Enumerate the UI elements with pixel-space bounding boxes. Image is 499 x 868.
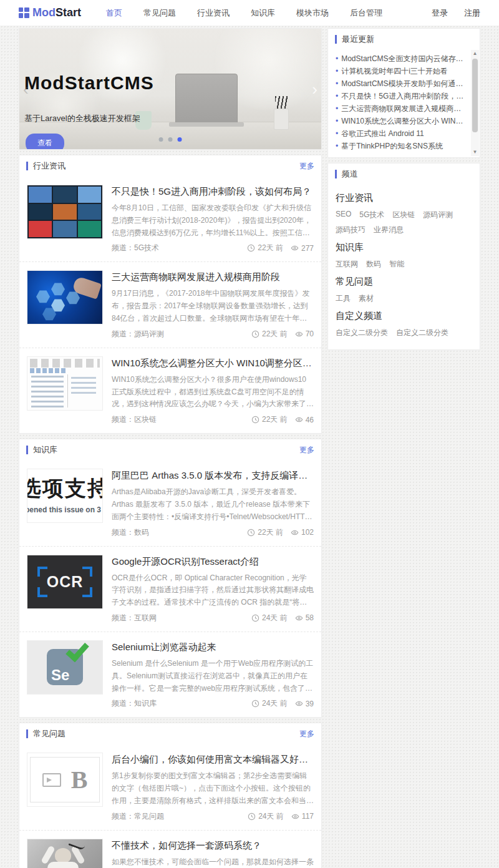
channel-tag[interactable]: 业界消息 (374, 225, 404, 235)
article-thumbnail[interactable] (27, 356, 103, 411)
recent-update-item[interactable]: 计算机视觉时年四十i三十开始看 (336, 65, 467, 77)
auth-links: 登录 注册 (432, 7, 480, 19)
channel-prefix: 频道： (112, 527, 134, 538)
article-title[interactable]: 阿里巴巴 Arthas 3.5.0 版本发布，支持反编译打印行号和统一鉴权 (112, 470, 314, 482)
channel-tag[interactable]: 自定义二级分类 (336, 328, 388, 338)
article-channel[interactable]: 数码 (134, 527, 149, 538)
channel-prefix: 频道： (112, 698, 134, 709)
article-row[interactable]: WIN10系统怎么调整分区大小 WIN10调整分区大小方法 WIN10系统怎么调… (19, 348, 321, 433)
channel-tag[interactable]: 自定义二级分类 (396, 328, 448, 338)
channel-tag[interactable]: 素材 (359, 293, 374, 304)
carousel-dot[interactable] (168, 137, 173, 142)
article-thumbnail[interactable]: Se (27, 640, 103, 695)
channel-tag[interactable]: 互联网 (336, 259, 358, 270)
article-excerpt: Selenium 是什么Selenium 是一个用于Web应用程序测试的工具。S… (112, 658, 314, 695)
channel-tag[interactable]: 区块链 (392, 210, 415, 220)
hero-pencils-graphic (275, 96, 288, 110)
article-thumbnail[interactable] (27, 270, 103, 324)
clock-icon (251, 416, 259, 424)
eye-icon (291, 529, 299, 537)
article-thumbnail[interactable] (27, 839, 103, 868)
article-time: 22天 前 (258, 527, 283, 538)
recent-update-item[interactable]: 谷歌正式推出 Android 11 (336, 127, 467, 140)
article-row[interactable]: B 后台小编们，你该如何使用富文本编辑器又好又快的排版 第1步复制你要的图文到富… (19, 744, 321, 830)
recent-update-item[interactable]: 三大运营商物联网发展进入规模商用阶段 (336, 102, 467, 115)
article-time: 22天 前 (258, 243, 283, 253)
channel-group-custom[interactable]: 自定义频道 (336, 310, 472, 322)
main-nav: 首页 常见问题 行业资讯 知识库 模块市场 后台管理 (106, 7, 382, 19)
article-time: 24天 前 (258, 811, 284, 822)
channel-tag[interactable]: 数码 (366, 259, 381, 270)
nav-item-module-market[interactable]: 模块市场 (296, 7, 329, 19)
nav-item-knowledge[interactable]: 知识库 (251, 7, 275, 19)
eye-icon (291, 244, 299, 252)
more-link[interactable]: 更多 (299, 445, 314, 456)
channel-group-faq[interactable]: 常见问题 (336, 276, 472, 288)
article-thumbnail[interactable]: B (27, 753, 103, 807)
article-title[interactable]: WIN10系统怎么调整分区大小 WIN10调整分区大小方法 (112, 358, 314, 369)
article-channel[interactable]: 5G技术 (134, 243, 159, 253)
article-title[interactable]: 不只是快！5G进入商用冲刺阶段，该如何布局？ (112, 186, 314, 198)
carousel-dot[interactable] (159, 137, 163, 142)
article-row[interactable]: Se Selenium让浏览器动起来 Selenium 是什么Selenium … (19, 632, 321, 717)
article-thumbnail[interactable]: OCR (27, 555, 103, 609)
channel-tag[interactable]: 5G技术 (359, 210, 384, 220)
article-views: 39 (306, 700, 314, 708)
scrollbar-track[interactable]: ▲ ▼ (471, 50, 479, 156)
hero-laptop-graphic (175, 74, 238, 124)
scroll-up-icon[interactable]: ▲ (471, 50, 479, 57)
article-row[interactable]: 不懂技术，如何选择一套源码系统？ 如果您不懂技术，可能会面临一个问题，那就是如何… (19, 831, 321, 868)
recent-update-item[interactable]: 不只是快！5G进入商用冲刺阶段，该如何布局？ (336, 90, 467, 102)
article-time: 24天 前 (262, 613, 288, 623)
channel-tag[interactable]: 源码评测 (423, 210, 453, 220)
hero-subtitle: 基于Laravel的全栈极速开发框架 (24, 113, 140, 124)
article-channel[interactable]: 知识库 (134, 698, 157, 709)
recent-update-item[interactable]: ModStartCMS模块开发助手如何通过一键创建模块？ (336, 77, 467, 90)
article-channel[interactable]: 互联网 (134, 613, 157, 623)
article-row[interactable]: 选项支持显 pened this issue on 3 阿里巴巴 Arthas … (19, 461, 321, 546)
recent-update-item[interactable]: WIN10系统怎么调整分区大小 WIN10调整分区大小... (336, 115, 467, 127)
register-link[interactable]: 注册 (464, 7, 480, 19)
article-row[interactable]: 不只是快！5G进入商用冲刺阶段，该如何布局？ 今年8月10日，工信部、国家发改委… (19, 177, 321, 262)
article-title[interactable]: 不懂技术，如何选择一套源码系统？ (112, 840, 314, 852)
article-thumbnail[interactable]: 选项支持显 pened this issue on 3 (27, 469, 103, 523)
channel-tag[interactable]: 工具 (336, 293, 351, 304)
article-views: 58 (306, 613, 314, 622)
article-thumbnail[interactable] (27, 185, 103, 239)
nav-item-news[interactable]: 行业资讯 (197, 7, 230, 19)
article-title[interactable]: Google开源OCR识别Tesseract介绍 (112, 556, 314, 568)
channel-tag[interactable]: 源码技巧 (336, 225, 366, 235)
article-row[interactable]: 三大运营商物联网发展进入规模商用阶段 9月17日消息，《2017-2018年中国… (19, 262, 321, 348)
recent-update-item[interactable]: 基于ThinkPHP的知名SNS系统 (336, 140, 467, 152)
scrollbar-thumb[interactable] (472, 59, 478, 132)
recent-update-item[interactable]: ModStartCMS全面支持国内云储存平台 (336, 52, 467, 65)
login-link[interactable]: 登录 (432, 7, 448, 19)
eye-icon (295, 614, 303, 622)
nav-item-admin[interactable]: 后台管理 (350, 7, 382, 19)
channel-group-news[interactable]: 行业资讯 (336, 192, 472, 204)
channel-tag[interactable]: SEO (336, 210, 351, 220)
article-channel[interactable]: 区块链 (134, 414, 157, 425)
article-title[interactable]: 三大运营商物联网发展进入规模商用阶段 (112, 271, 314, 283)
logo-text-mod: Mod (32, 6, 56, 19)
carousel-prev-icon[interactable]: ‹ (23, 81, 29, 97)
article-row[interactable]: OCR Google开源OCR识别Tesseract介绍 OCR是什么OCR，即… (19, 547, 321, 632)
more-link[interactable]: 更多 (299, 161, 314, 172)
more-link[interactable]: 更多 (299, 729, 314, 739)
scroll-down-icon[interactable]: ▼ (471, 149, 479, 156)
article-title[interactable]: 后台小编们，你该如何使用富文本编辑器又好又快的排版 (112, 754, 314, 766)
channel-tag[interactable]: 智能 (389, 259, 404, 270)
article-excerpt: WIN10系统怎么调整分区大小？很多用户在使用windows10正式版系统过程中… (112, 374, 314, 411)
site-logo[interactable]: ModStart (19, 6, 81, 19)
nav-item-faq[interactable]: 常见问题 (143, 7, 176, 19)
article-channel[interactable]: 常见问题 (134, 811, 164, 822)
article-excerpt: 今年8月10日，工信部、国家发改委联合印发《扩大和升级信息消费三年行动计划(20… (112, 202, 314, 239)
article-title[interactable]: Selenium让浏览器动起来 (112, 641, 314, 653)
channel-prefix: 频道： (112, 243, 134, 253)
channel-group-knowledge[interactable]: 知识库 (336, 241, 472, 253)
carousel-next-icon[interactable]: › (312, 81, 317, 97)
nav-item-home[interactable]: 首页 (106, 7, 122, 19)
article-channel[interactable]: 源码评测 (134, 329, 164, 339)
hero-view-button[interactable]: 查看 (26, 134, 64, 150)
carousel-dot-active[interactable] (178, 137, 182, 142)
